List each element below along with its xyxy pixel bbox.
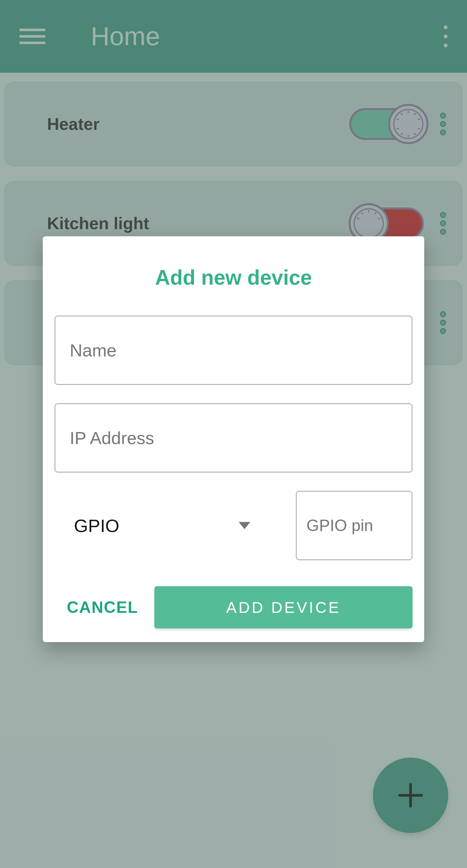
add-device-button[interactable]: ADD DEVICE — [154, 586, 412, 628]
gpio-select-label: GPIO — [74, 515, 119, 536]
gpio-pin-field[interactable] — [306, 516, 402, 535]
ip-field-wrapper — [55, 403, 412, 473]
dialog-actions: CANCEL ADD DEVICE — [55, 586, 412, 628]
dialog-title: Add new device — [55, 266, 412, 289]
name-field[interactable] — [70, 340, 397, 360]
name-field-wrapper — [55, 315, 412, 385]
gpio-type-select[interactable]: GPIO — [55, 515, 263, 536]
gpio-pin-field-wrapper — [296, 491, 412, 560]
modal-overlay[interactable]: Add new device GPIO CANCEL ADD DEVICE — [0, 0, 467, 868]
ip-address-field[interactable] — [70, 428, 397, 448]
chevron-down-icon — [239, 522, 251, 529]
add-device-dialog: Add new device GPIO CANCEL ADD DEVICE — [43, 236, 424, 642]
cancel-button[interactable]: CANCEL — [67, 591, 138, 623]
gpio-row: GPIO — [55, 491, 412, 560]
